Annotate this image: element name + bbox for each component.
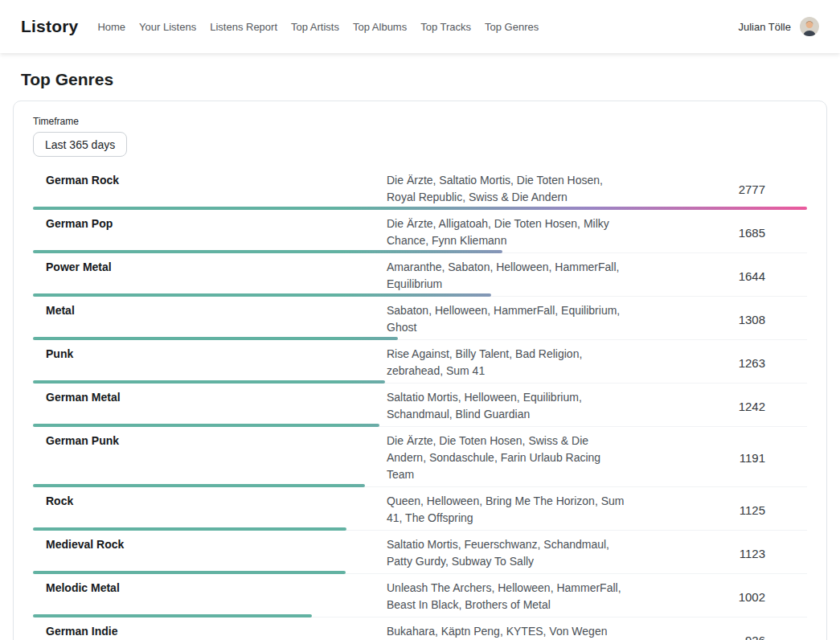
genre-artists: Die Ärzte, Die Toten Hosen, Swiss & Die …	[387, 433, 629, 483]
nav-items: HomeYour ListensListens ReportTop Artist…	[97, 18, 539, 36]
nav-item-home[interactable]: Home	[97, 18, 125, 36]
genre-name: Punk	[33, 346, 387, 363]
nav-item-listens-report[interactable]: Listens Report	[210, 18, 277, 36]
genre-name: Melodic Metal	[33, 580, 387, 597]
navbar: Listory HomeYour ListensListens ReportTo…	[0, 0, 840, 53]
genre-row: Medieval Rock Saltatio Mortis, Feuerschw…	[33, 531, 807, 574]
user-avatar[interactable]	[800, 17, 819, 36]
genre-name: German Indie	[33, 623, 387, 640]
genre-name: Power Metal	[33, 259, 387, 276]
nav-right: Julian Tölle	[738, 17, 819, 36]
genre-name: German Metal	[33, 389, 387, 406]
genre-table: German Rock Die Ärzte, Saltatio Mortis, …	[33, 166, 807, 640]
genre-row: German Metal Saltatio Mortis, Helloween,…	[33, 384, 807, 427]
avatar-image	[800, 17, 819, 36]
genre-count: 926	[629, 632, 807, 640]
genre-count: 1002	[629, 589, 807, 605]
genres-card: Timeframe Last 365 days German Rock Die …	[13, 101, 827, 640]
genre-row: German Indie Bukahara, Käptn Peng, KYTES…	[33, 617, 807, 640]
genre-row: German Pop Die Ärzte, Alligatoah, Die To…	[33, 210, 807, 253]
nav-item-top-artists[interactable]: Top Artists	[291, 18, 339, 36]
genre-artists: Bukahara, Käptn Peng, KYTES, Von Wegen L…	[387, 623, 629, 640]
genre-row: German Punk Die Ärzte, Die Toten Hosen, …	[33, 427, 807, 487]
timeframe-select[interactable]: Last 365 days	[33, 132, 127, 157]
timeframe-label: Timeframe	[33, 116, 807, 127]
genre-count: 1123	[629, 545, 807, 562]
user-name: Julian Tölle	[738, 21, 791, 33]
nav-item-top-genres[interactable]: Top Genres	[485, 18, 539, 36]
genre-row: Rock Queen, Helloween, Bring Me The Hori…	[33, 487, 807, 531]
genre-name: German Pop	[33, 215, 387, 232]
genre-count: 2777	[629, 181, 807, 198]
genre-count: 1125	[629, 502, 807, 519]
genre-count: 1308	[629, 311, 807, 328]
genre-artists: Saltatio Mortis, Feuerschwanz, Schandmau…	[387, 536, 629, 570]
genre-row: Punk Rise Against, Billy Talent, Bad Rel…	[33, 340, 807, 384]
genre-row: Power Metal Amaranthe, Sabaton, Hellowee…	[33, 253, 807, 297]
genre-name: German Rock	[33, 172, 387, 189]
genre-count: 1263	[629, 355, 807, 371]
nav-item-your-listens[interactable]: Your Listens	[139, 18, 196, 36]
genre-count: 1242	[629, 398, 807, 415]
genre-artists: Saltatio Mortis, Helloween, Equilibrium,…	[387, 389, 629, 423]
genre-artists: Queen, Helloween, Bring Me The Horizon, …	[387, 493, 629, 527]
genre-name: German Punk	[33, 433, 387, 449]
genre-name: Medieval Rock	[33, 536, 387, 553]
nav-item-top-tracks[interactable]: Top Tracks	[420, 18, 471, 36]
main-content: Top Genres Timeframe Last 365 days Germa…	[0, 53, 840, 640]
genre-row: Metal Sabaton, Helloween, HammerFall, Eq…	[33, 297, 807, 340]
genre-count: 1191	[629, 449, 807, 466]
genre-name: Metal	[33, 302, 387, 319]
genre-row: Melodic Metal Unleash The Archers, Hello…	[33, 574, 807, 617]
genre-artists: Die Ärzte, Alligatoah, Die Toten Hosen, …	[387, 215, 629, 249]
genre-count: 1644	[629, 268, 807, 285]
genre-artists: Die Ärzte, Saltatio Mortis, Die Toten Ho…	[387, 172, 629, 206]
genre-count: 1685	[629, 224, 807, 241]
genre-artists: Sabaton, Helloween, HammerFall, Equilibr…	[387, 302, 629, 336]
genre-artists: Amaranthe, Sabaton, Helloween, HammerFal…	[387, 259, 629, 293]
nav-item-top-albums[interactable]: Top Albums	[353, 18, 407, 36]
genre-artists: Unleash The Archers, Helloween, HammerFa…	[387, 580, 629, 613]
brand-logo[interactable]: Listory	[21, 17, 78, 36]
genre-name: Rock	[33, 493, 387, 510]
page-title: Top Genres	[21, 70, 819, 89]
genre-row: German Rock Die Ärzte, Saltatio Mortis, …	[33, 166, 807, 210]
genre-artists: Rise Against, Billy Talent, Bad Religion…	[387, 346, 629, 379]
